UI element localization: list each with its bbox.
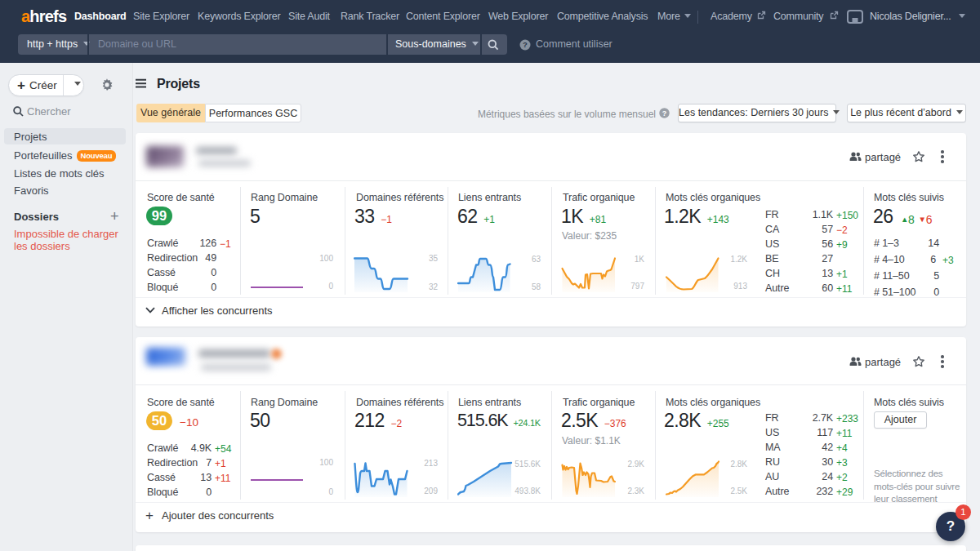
svg-text:?: ? xyxy=(662,109,667,118)
svg-text:?: ? xyxy=(523,40,528,49)
